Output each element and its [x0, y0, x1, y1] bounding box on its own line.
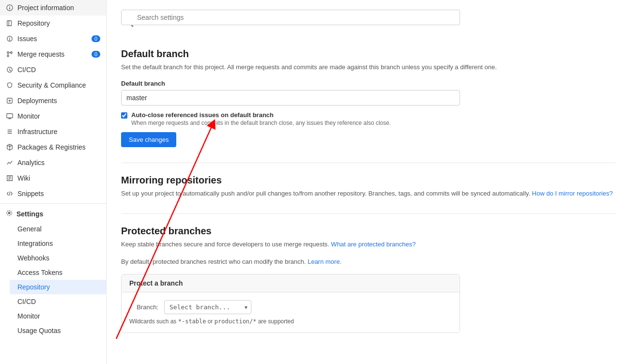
- default-branch-desc: Set the default branch for this project.…: [121, 62, 615, 72]
- default-branch-section: Default branch Set the default branch fo…: [121, 48, 615, 147]
- sidebar-item-label: Wiki: [17, 174, 30, 182]
- settings-general[interactable]: General: [10, 222, 106, 236]
- svg-point-5: [10, 40, 10, 40]
- sidebar-item-deployments[interactable]: Deployments: [0, 93, 106, 108]
- search-wrap: 🔍: [121, 10, 460, 37]
- mirroring-desc: Set up your project to automatically pus…: [121, 189, 615, 198]
- settings-webhooks[interactable]: Webhooks: [10, 251, 106, 265]
- package-icon: [6, 143, 14, 151]
- branch-select-row: Branch: Select branch...: [129, 300, 452, 314]
- settings-cicd[interactable]: CI/CD: [10, 294, 106, 309]
- sidebar-item-security-compliance[interactable]: Security & Compliance: [0, 77, 106, 93]
- svg-point-7: [7, 55, 9, 57]
- sidebar-item-merge-requests[interactable]: Merge requests 0: [0, 46, 106, 62]
- monitor-icon: [6, 112, 14, 120]
- mirroring-title: Mirroring repositories: [121, 175, 615, 186]
- sidebar-item-label: Repository: [17, 19, 50, 27]
- snippets-icon: [6, 190, 14, 197]
- mirroring-section: Mirroring repositories Set up your proje…: [121, 175, 615, 198]
- protected-branches-section: Protected branches Keep stable branches …: [121, 226, 615, 333]
- sidebar-item-label: Analytics: [17, 159, 45, 167]
- branch-select[interactable]: Select branch...: [164, 300, 251, 314]
- settings-usage-quotas[interactable]: Usage Quotas: [10, 323, 106, 338]
- merge-badge: 0: [92, 51, 100, 58]
- default-branch-input[interactable]: [121, 90, 460, 106]
- what-are-protected-link[interactable]: What are protected branches?: [331, 241, 416, 248]
- auto-close-checkbox[interactable]: [121, 112, 127, 119]
- search-input[interactable]: [121, 10, 460, 25]
- deploy-icon: [6, 97, 14, 105]
- settings-section-header[interactable]: Settings: [0, 206, 106, 222]
- branch-label: Branch:: [129, 303, 158, 311]
- issues-badge: 0: [92, 35, 100, 42]
- sidebar-item-label: Deployments: [17, 97, 57, 105]
- sidebar-item-packages-registries[interactable]: Packages & Registries: [0, 139, 106, 155]
- cicd-icon: [6, 66, 14, 74]
- sidebar-item-label: Monitor: [17, 112, 40, 120]
- settings-monitor[interactable]: Monitor: [10, 309, 106, 323]
- sidebar-divider: [0, 203, 106, 204]
- book-icon: [6, 19, 14, 27]
- sidebar-item-label: Packages & Registries: [17, 143, 86, 151]
- wildcards-hint: Wildcards such as *-stable or production…: [129, 318, 452, 325]
- settings-icon: [6, 210, 13, 218]
- svg-point-6: [7, 52, 9, 54]
- analytics-icon: [6, 159, 14, 167]
- sidebar-item-infrastructure[interactable]: Infrastructure: [0, 124, 106, 139]
- settings-repository[interactable]: Repository: [10, 280, 106, 294]
- sidebar-item-label: Snippets: [17, 190, 44, 197]
- sidebar-item-label: Issues: [17, 35, 37, 43]
- wiki-icon: [6, 174, 14, 182]
- sidebar-item-cicd[interactable]: CI/CD: [0, 62, 106, 77]
- sidebar-item-label: Project information: [17, 4, 74, 12]
- default-branch-title: Default branch: [121, 48, 615, 60]
- protected-branches-title: Protected branches: [121, 226, 615, 237]
- sidebar-item-analytics[interactable]: Analytics: [0, 155, 106, 170]
- svg-rect-1: [9, 7, 10, 9]
- auto-close-checkbox-row: Auto-close referenced issues on default …: [121, 111, 615, 126]
- sidebar-item-snippets[interactable]: Snippets: [0, 186, 106, 201]
- mirror-how-to-link[interactable]: How do I mirror repositories?: [532, 190, 613, 197]
- protected-branches-desc2: By default, protected branches restrict …: [121, 257, 615, 267]
- protect-box-body: Branch: Select branch... Wildcards such …: [122, 292, 460, 333]
- sidebar-item-repository[interactable]: Repository: [0, 15, 106, 31]
- settings-sub-items: General Integrations Webhooks Access Tok…: [0, 222, 106, 338]
- sidebar: Project information Repository Issues 0 …: [0, 0, 107, 364]
- info-icon: [6, 4, 14, 12]
- svg-rect-2: [9, 6, 10, 7]
- sidebar-item-label: Security & Compliance: [17, 81, 86, 89]
- merge-icon: [6, 50, 14, 58]
- svg-point-11: [8, 212, 10, 214]
- protect-branch-box: Protect a branch Branch: Select branch..…: [121, 274, 460, 333]
- shield-icon: [6, 81, 14, 89]
- sidebar-item-project-information[interactable]: Project information: [0, 0, 106, 15]
- sidebar-item-label: CI/CD: [17, 66, 36, 74]
- sidebar-item-issues[interactable]: Issues 0: [0, 31, 106, 46]
- section-separator-1: [121, 163, 615, 163]
- default-branch-field-label: Default branch: [121, 80, 615, 87]
- settings-access-tokens[interactable]: Access Tokens: [10, 265, 106, 280]
- sidebar-item-monitor[interactable]: Monitor: [0, 108, 106, 124]
- settings-integrations[interactable]: Integrations: [10, 236, 106, 251]
- sidebar-item-label: Merge requests: [17, 50, 64, 58]
- main-content: 🔍 Default branch Set the default branch …: [107, 0, 630, 364]
- sidebar-item-wiki[interactable]: Wiki: [0, 170, 106, 186]
- save-changes-button[interactable]: Save changes: [121, 132, 176, 147]
- auto-close-label: Auto-close referenced issues on default …: [131, 111, 391, 119]
- section-separator-2: [121, 213, 615, 214]
- infra-icon: [6, 128, 14, 136]
- issues-icon: [6, 35, 14, 43]
- auto-close-desc: When merge requests and commits in the d…: [131, 120, 391, 126]
- protected-branches-desc1: Keep stable branches secure and force de…: [121, 240, 615, 249]
- learn-more-link[interactable]: Learn more.: [307, 258, 341, 265]
- settings-label: Settings: [16, 210, 43, 218]
- protect-box-header: Protect a branch: [122, 274, 460, 292]
- branch-select-wrap: Select branch...: [164, 300, 251, 314]
- svg-rect-10: [7, 114, 13, 118]
- sidebar-item-label: Infrastructure: [17, 128, 57, 136]
